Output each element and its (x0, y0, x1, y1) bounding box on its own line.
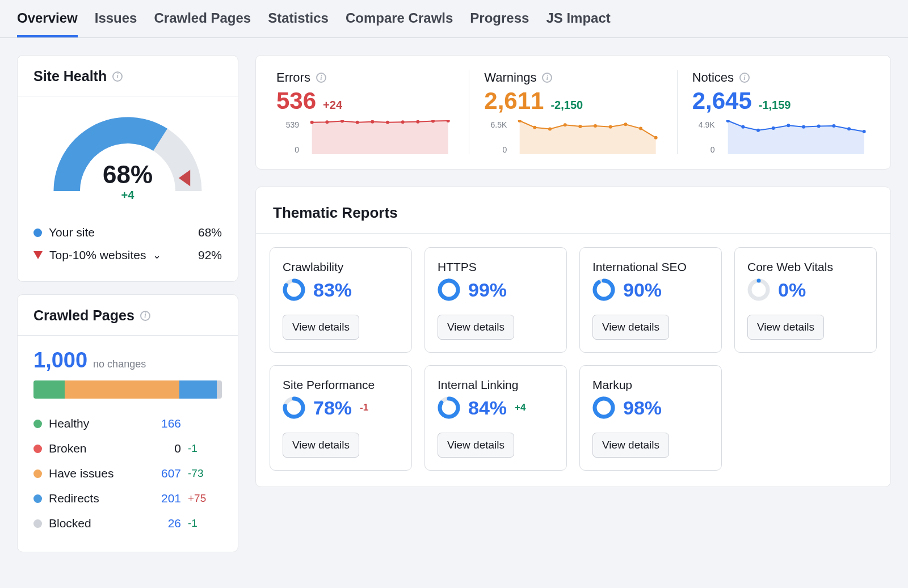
report-delta: -1 (360, 402, 368, 413)
report-title: Core Web Vitals (747, 260, 864, 274)
metric-value: 2,611 (484, 87, 544, 115)
sparkline-warnings (514, 120, 662, 154)
legend-label: Your site (49, 226, 95, 239)
y-max: 539 (276, 120, 299, 129)
metric-warnings[interactable]: Warningsi2,611-2,1506.5K0 (469, 70, 677, 154)
report-title: Internal Linking (438, 378, 554, 392)
svg-point-25 (787, 124, 790, 127)
svg-point-23 (756, 129, 760, 132)
tab-compare-crawls[interactable]: Compare Crawls (346, 10, 453, 37)
svg-point-4 (356, 121, 359, 124)
view-details-button[interactable]: View details (283, 315, 359, 340)
report-title: Markup (592, 378, 709, 392)
stack-seg-healthy[interactable] (33, 380, 65, 399)
report-percent: 83% (313, 279, 352, 301)
metric-title: Notices (692, 70, 734, 85)
tab-crawled-pages[interactable]: Crawled Pages (154, 10, 251, 37)
crawled-row-broken[interactable]: Broken0-1 (33, 436, 222, 461)
crawled-row-have-issues[interactable]: Have issues607-73 (33, 461, 222, 486)
crawled-row-delta: -73 (188, 467, 222, 480)
report-core-web-vitals: Core Web Vitals0%View details (734, 247, 877, 353)
metric-notices[interactable]: Noticesi2,645-1,1594.9K0 (678, 70, 885, 154)
info-icon[interactable]: i (542, 73, 552, 83)
legend-label: Top-10% websites (49, 248, 146, 262)
info-icon[interactable]: i (316, 73, 326, 83)
dot-icon (33, 229, 42, 237)
svg-point-7 (401, 120, 405, 124)
y-max: 6.5K (484, 120, 507, 129)
sparkline-notices (722, 120, 870, 154)
svg-point-18 (624, 122, 628, 126)
chevron-down-icon[interactable]: ⌄ (153, 249, 161, 261)
svg-point-26 (802, 125, 805, 129)
y-max: 4.9K (692, 120, 715, 129)
metric-title: Errors (276, 70, 310, 85)
view-details-button[interactable]: View details (747, 315, 824, 340)
donut-icon (747, 278, 770, 301)
dot-icon (33, 469, 42, 478)
view-details-button[interactable]: View details (438, 433, 514, 458)
svg-point-12 (533, 126, 537, 129)
stack-seg-redirects[interactable] (179, 380, 217, 399)
svg-point-37 (750, 281, 768, 299)
stack-seg-blocked[interactable] (217, 380, 222, 399)
report-title: HTTPS (438, 260, 554, 274)
y-min: 0 (484, 145, 507, 154)
crawled-row-redirects[interactable]: Redirects201+75 (33, 486, 222, 511)
dot-icon (33, 494, 42, 503)
crawled-row-healthy[interactable]: Healthy166 (33, 411, 222, 436)
tab-statistics[interactable]: Statistics (268, 10, 329, 37)
svg-point-36 (595, 281, 613, 299)
info-icon[interactable]: i (112, 71, 123, 82)
svg-point-27 (817, 125, 820, 128)
svg-point-1 (310, 121, 314, 124)
svg-point-28 (832, 124, 835, 128)
svg-point-22 (741, 125, 745, 129)
report-internal-linking: Internal Linking84%+4View details (424, 365, 567, 471)
report-crawlability: Crawlability83%View details (270, 247, 412, 353)
metric-value: 2,645 (692, 87, 752, 115)
crawled-row-count: 201 (147, 492, 181, 505)
crawled-row-blocked[interactable]: Blocked26-1 (33, 511, 222, 536)
legend-top10[interactable]: Top-10% websites ⌄ 92% (33, 244, 222, 266)
donut-icon (438, 396, 460, 419)
svg-point-34 (440, 281, 458, 299)
view-details-button[interactable]: View details (438, 315, 514, 340)
crawled-total-note: no changes (93, 358, 146, 370)
tab-progress[interactable]: Progress (470, 10, 529, 37)
crawled-row-count: 0 (147, 442, 181, 455)
crawled-row-count: 607 (147, 467, 181, 480)
metric-title: Warnings (484, 70, 536, 85)
tab-issues[interactable]: Issues (95, 10, 137, 37)
svg-point-17 (609, 125, 612, 129)
view-details-button[interactable]: View details (592, 433, 669, 458)
svg-point-16 (594, 124, 597, 128)
view-details-button[interactable]: View details (283, 433, 359, 458)
svg-point-42 (440, 399, 458, 417)
metric-value: 536 (276, 87, 316, 115)
thematic-title: Thematic Reports (256, 187, 890, 234)
tab-bar: OverviewIssuesCrawled PagesStatisticsCom… (0, 0, 908, 38)
legend-value: 68% (188, 226, 222, 239)
tab-js-impact[interactable]: JS Impact (546, 10, 610, 37)
report-https: HTTPS99%View details (424, 247, 567, 353)
info-icon[interactable]: i (140, 311, 150, 321)
stack-seg-have-issues[interactable] (65, 380, 179, 399)
view-details-button[interactable]: View details (592, 315, 669, 340)
triangle-down-icon (33, 251, 43, 259)
site-health-score: 68% (45, 160, 210, 189)
donut-icon (592, 396, 615, 419)
svg-point-20 (654, 136, 658, 139)
svg-point-6 (386, 121, 389, 124)
svg-point-29 (847, 127, 851, 130)
crawled-row-count: 166 (147, 417, 181, 430)
metric-errors[interactable]: Errorsi536+245390 (262, 70, 469, 154)
svg-point-30 (862, 130, 865, 133)
crawled-stack-bar (33, 380, 222, 399)
info-icon[interactable]: i (739, 73, 750, 83)
report-percent: 78% (313, 397, 352, 419)
crawled-row-delta: +75 (188, 492, 222, 505)
svg-point-19 (639, 127, 642, 130)
report-percent: 98% (623, 397, 662, 419)
tab-overview[interactable]: Overview (17, 10, 78, 37)
